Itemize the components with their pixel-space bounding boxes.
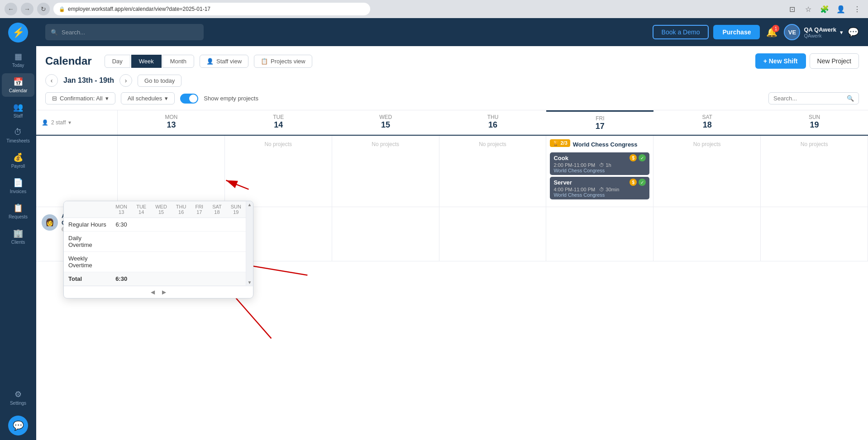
forward-button[interactable]: → xyxy=(21,3,33,15)
new-project-button[interactable]: New Project xyxy=(810,53,859,69)
weekly-sat xyxy=(208,252,226,272)
cook-shift-card[interactable]: Cook $ ✓ 2:00 PM-11:00 PM ⏱ 1h World Che… xyxy=(550,152,649,175)
timesheets-icon: ⏱ xyxy=(14,128,22,137)
fri-dow: FRI xyxy=(596,115,604,122)
th-wed: WED15 xyxy=(151,201,172,218)
reload-button[interactable]: ↻ xyxy=(37,3,50,15)
server-check-icon: ✓ xyxy=(639,179,646,186)
sidebar-label-payroll: Payroll xyxy=(11,164,25,169)
cal-nav-row: ‹ Jan 13th - 19th › Go to today xyxy=(45,74,859,87)
notification-bell[interactable]: 🔔 1 xyxy=(764,25,779,39)
weekly-thu xyxy=(172,252,191,272)
user-info: QA QAwerk QAwerk xyxy=(804,26,836,38)
schedules-filter[interactable]: All schedules ▾ xyxy=(121,92,175,104)
staff-icon: 👥 xyxy=(13,102,23,112)
calendar-icon: 📅 xyxy=(13,77,23,87)
message-icon[interactable]: 💬 xyxy=(848,27,859,38)
sidebar-item-settings[interactable]: ⚙ Settings xyxy=(2,386,34,409)
topbar-search[interactable]: 🔍 Search... xyxy=(45,24,204,40)
scroll-right-arrow[interactable]: ▶ xyxy=(158,288,170,296)
extensions-button[interactable]: 🧩 xyxy=(818,3,831,15)
regular-mon: 6:30 xyxy=(111,218,132,232)
sidebar-label-timesheets: Timesheets xyxy=(6,138,29,143)
sidebar-item-payroll[interactable]: 💰 Payroll xyxy=(2,149,34,172)
notification-badge: 1 xyxy=(772,25,779,32)
th-mon: MON13 xyxy=(111,201,132,218)
sidebar-item-staff[interactable]: 👥 Staff xyxy=(2,99,34,122)
daily-sun xyxy=(226,232,246,252)
show-empty-toggle[interactable] xyxy=(180,94,198,104)
server-shift-card[interactable]: Server $ ✓ 4:00 PM-11:00 PM ⏱ 30min Worl… xyxy=(550,177,649,199)
back-button[interactable]: ← xyxy=(5,3,17,15)
book-demo-button[interactable]: Book a Demo xyxy=(653,25,709,39)
server-card-header: Server $ ✓ xyxy=(553,179,646,186)
sidebar-label-staff: Staff xyxy=(14,114,23,118)
mon-dow: MON xyxy=(165,114,177,120)
user-menu[interactable]: VE QA QAwerk QAwerk ▾ xyxy=(784,24,843,40)
th-label xyxy=(64,201,111,218)
th-sat: SAT18 xyxy=(208,201,226,218)
next-week-button[interactable]: › xyxy=(119,74,132,87)
tab-month[interactable]: Month xyxy=(162,55,194,68)
main-area: 🔍 Search... Book a Demo Purchase 🔔 1 VE … xyxy=(36,18,868,440)
today-icon: ▦ xyxy=(14,52,22,62)
popup-bottom-scroll: ◀ ▶ xyxy=(64,286,253,298)
regular-hours-label: Regular Hours xyxy=(64,218,111,232)
weekly-tue xyxy=(132,252,151,272)
staff-view-button[interactable]: 👤 Staff view xyxy=(200,55,248,68)
sidebar-item-invoices[interactable]: 📄 Invoices xyxy=(2,174,34,198)
grid-header: 👤 2 staff ▾ MON 13 TUE 14 WED 15 xyxy=(36,110,868,136)
wed-dow: WED xyxy=(379,114,392,120)
total-sat xyxy=(208,272,226,286)
browser-chrome: ← → ↻ 🔒 employer.workstaff.app/en/calend… xyxy=(0,0,868,18)
weekly-sun xyxy=(226,252,246,272)
popup-scrollbar[interactable]: ▲ ▼ xyxy=(246,201,253,286)
search-placeholder: Search... xyxy=(62,29,85,36)
purchase-button[interactable]: Purchase xyxy=(713,25,760,39)
no-projects-row: No projects No projects No projects 🏆 2/… xyxy=(36,136,868,207)
user-avatar: VE xyxy=(784,24,800,40)
total-fri xyxy=(191,272,208,286)
sidebar-item-requests[interactable]: 📋 Requests xyxy=(2,199,34,223)
profile-button[interactable]: 👤 xyxy=(835,3,847,15)
daily-mon xyxy=(111,232,132,252)
dollar-icon: $ xyxy=(630,154,637,161)
sidebar-item-timesheets[interactable]: ⏱ Timesheets xyxy=(2,124,34,147)
sidebar-label-settings: Settings xyxy=(10,401,26,406)
chat-button[interactable]: 💬 xyxy=(8,416,28,435)
new-shift-button[interactable]: + New Shift xyxy=(755,53,806,69)
tab-week[interactable]: Week xyxy=(131,55,162,68)
scroll-up-icon[interactable]: ▲ xyxy=(248,202,252,207)
sidebar-item-today[interactable]: ▦ Today xyxy=(2,48,34,71)
weekly-overtime-label: Weekly Overtime xyxy=(64,252,111,272)
calendar-search-input[interactable] xyxy=(773,95,844,102)
scroll-left-arrow[interactable]: ◀ xyxy=(147,288,158,296)
star-button[interactable]: ☆ xyxy=(802,3,815,15)
menu-button[interactable]: ⋮ xyxy=(851,3,863,15)
tab-day[interactable]: Day xyxy=(105,55,130,68)
staff-col-chevron: ▾ xyxy=(68,119,71,126)
confirmation-filter[interactable]: ⊟ Confirmation: All ▾ xyxy=(45,92,115,104)
sat-no-proj: No projects xyxy=(653,136,761,207)
app-container: ⚡ ▦ Today 📅 Calendar 👥 Staff ⏱ Timesheet… xyxy=(0,18,868,440)
cook-card-header: Cook $ ✓ xyxy=(553,154,646,161)
header-sun: SUN 19 xyxy=(761,110,868,135)
goto-today-button[interactable]: Go to today xyxy=(138,75,181,87)
sidebar-label-requests: Requests xyxy=(9,214,28,219)
url-bar[interactable]: 🔒 employer.workstaff.app/en/calendar/vie… xyxy=(53,3,370,15)
topbar: 🔍 Search... Book a Demo Purchase 🔔 1 VE … xyxy=(36,18,868,46)
projects-view-icon: 📋 xyxy=(261,58,268,65)
schedules-label: All schedules xyxy=(128,95,162,102)
sidebar-item-clients[interactable]: 🏢 Clients xyxy=(2,225,34,248)
scroll-down-icon[interactable]: ▼ xyxy=(248,280,252,285)
hours-table: MON13 TUE14 WED15 THU16 FRI17 SAT18 SUN1… xyxy=(64,201,246,286)
weekly-wed xyxy=(151,252,172,272)
cast-button[interactable]: ⊡ xyxy=(786,3,798,15)
congress-title: World Chess Congress xyxy=(573,141,638,148)
staff-view-icon: 👤 xyxy=(206,58,214,65)
projects-view-button[interactable]: 📋 Projects view xyxy=(254,55,312,68)
calendar-search-box[interactable]: 🔍 xyxy=(768,92,859,104)
prev-week-button[interactable]: ‹ xyxy=(45,74,58,87)
sidebar-item-calendar[interactable]: 📅 Calendar xyxy=(2,73,34,97)
cook-project: World Chess Congress xyxy=(553,168,646,173)
